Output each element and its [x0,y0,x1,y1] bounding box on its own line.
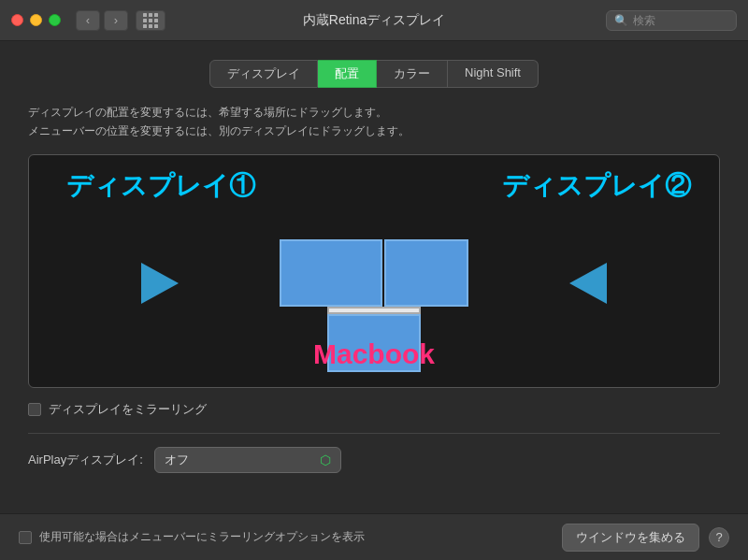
arrow-right-icon [569,263,607,304]
nav-buttons: ‹ › [76,10,128,31]
forward-button[interactable]: › [104,10,128,31]
mirror-checkbox[interactable] [28,403,41,416]
tab-display[interactable]: ディスプレイ [209,60,318,88]
airplay-label: AirPlayディスプレイ: [28,452,143,468]
main-content: ディスプレイ 配置 カラー Night Shift ディスプレイの配置を変更する… [0,41,748,501]
tab-night-shift[interactable]: Night Shift [448,60,539,88]
monitor-bar [327,307,421,314]
top-monitors [280,239,468,307]
display2-monitor[interactable] [384,239,468,307]
description-text: ディスプレイの配置を変更するには、希望する場所にドラッグします。 メニューバーの… [28,103,720,141]
airplay-select[interactable]: オフ ⬡ [154,447,341,473]
bottom-bar: 使用可能な場合はメニューバーにミラーリングオプションを表示 ウインドウを集める … [0,513,748,560]
zoom-button[interactable] [49,14,61,26]
display1-label: ディスプレイ① [66,168,255,204]
macbook-label: Macbook [313,338,435,370]
minimize-button[interactable] [30,14,42,26]
titlebar: ‹ › 内蔵Retinaディスプレイ 🔍 [0,0,748,41]
display-arrangement-area[interactable]: ディスプレイ① ディスプレイ② Macbook [28,154,720,388]
divider [28,433,720,434]
bottom-checkbox[interactable] [19,531,32,544]
mirror-label: ディスプレイをミラーリング [49,401,207,418]
description-line2: メニューバーの位置を変更するには、別のディスプレイにドラッグします。 [28,122,720,140]
airplay-row: AirPlayディスプレイ: オフ ⬡ [28,447,720,473]
window-title: 内蔵Retinaディスプレイ [303,12,445,29]
gather-windows-button[interactable]: ウインドウを集める [562,524,699,552]
display1-monitor[interactable] [280,239,382,307]
bottom-right: ウインドウを集める ? [562,524,729,552]
tab-bar: ディスプレイ 配置 カラー Night Shift [28,60,720,88]
back-button[interactable]: ‹ [76,10,100,31]
display2-label: ディスプレイ② [502,168,691,204]
chevron-icon: ⬡ [320,452,331,467]
grid-icon [143,13,158,28]
arrow-left-icon [141,263,179,304]
grid-button[interactable] [136,10,165,31]
search-input[interactable] [633,14,728,27]
search-box[interactable]: 🔍 [606,10,737,31]
tab-color[interactable]: カラー [377,60,448,88]
bottom-checkbox-label: 使用可能な場合はメニューバーにミラーリングオプションを表示 [39,529,365,545]
help-button[interactable]: ? [709,527,729,548]
description-line1: ディスプレイの配置を変更するには、希望する場所にドラッグします。 [28,103,720,122]
traffic-lights [11,14,61,26]
close-button[interactable] [11,14,23,26]
mirror-row: ディスプレイをミラーリング [28,401,720,418]
tab-arrangement[interactable]: 配置 [318,60,377,88]
airplay-value: オフ [165,452,189,468]
search-icon: 🔍 [614,14,628,27]
